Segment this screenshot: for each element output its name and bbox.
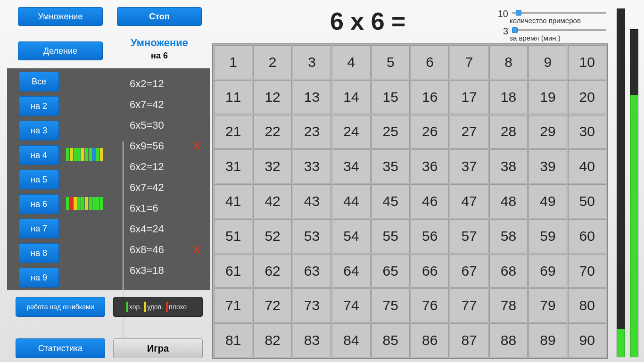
side-button-8[interactable]: на 9: [19, 268, 59, 288]
side-button-3[interactable]: на 4: [19, 145, 59, 165]
statistics-button[interactable]: Статистика: [16, 338, 105, 358]
answer-cell[interactable]: 55: [372, 219, 410, 253]
answer-cell[interactable]: 18: [489, 80, 528, 114]
answer-cell[interactable]: 53: [293, 219, 331, 253]
answer-cell[interactable]: 78: [489, 288, 528, 322]
count-slider-thumb[interactable]: [516, 10, 521, 16]
answer-cell[interactable]: 72: [253, 288, 291, 322]
answer-cell[interactable]: 71: [214, 288, 252, 322]
stop-button[interactable]: Стоп: [117, 7, 202, 26]
answer-cell[interactable]: 16: [411, 80, 449, 114]
answer-cell[interactable]: 50: [568, 184, 606, 218]
answer-cell[interactable]: 11: [214, 80, 252, 114]
answer-cell[interactable]: 6: [411, 45, 449, 79]
answer-cell[interactable]: 10: [568, 45, 606, 79]
answer-cell[interactable]: 79: [528, 288, 567, 322]
answer-cell[interactable]: 67: [450, 254, 488, 288]
answer-cell[interactable]: 76: [411, 288, 449, 322]
answer-cell[interactable]: 56: [411, 219, 449, 253]
answer-cell[interactable]: 70: [568, 254, 606, 288]
answer-cell[interactable]: 66: [411, 254, 449, 288]
answer-cell[interactable]: 26: [411, 115, 449, 149]
answer-cell[interactable]: 30: [568, 115, 606, 149]
answer-cell[interactable]: 41: [214, 184, 252, 218]
answer-cell[interactable]: 86: [411, 323, 449, 357]
answer-cell[interactable]: 89: [528, 323, 567, 357]
answer-cell[interactable]: 8: [489, 45, 528, 79]
answer-cell[interactable]: 36: [411, 149, 449, 183]
answer-cell[interactable]: 82: [253, 323, 291, 357]
side-button-7[interactable]: на 8: [19, 243, 59, 263]
answer-cell[interactable]: 28: [489, 115, 528, 149]
answer-cell[interactable]: 2: [253, 45, 291, 79]
answer-cell[interactable]: 75: [372, 288, 410, 322]
answer-cell[interactable]: 32: [253, 149, 291, 183]
answer-cell[interactable]: 59: [528, 219, 567, 253]
answer-cell[interactable]: 7: [450, 45, 488, 79]
answer-cell[interactable]: 51: [214, 219, 252, 253]
answer-cell[interactable]: 90: [568, 323, 606, 357]
answer-cell[interactable]: 9: [528, 45, 567, 79]
answer-cell[interactable]: 48: [489, 184, 528, 218]
count-slider[interactable]: [512, 12, 606, 14]
answer-cell[interactable]: 22: [253, 115, 291, 149]
time-slider-thumb[interactable]: [512, 27, 518, 33]
answer-cell[interactable]: 60: [568, 219, 606, 253]
answer-cell[interactable]: 24: [332, 115, 370, 149]
answer-cell[interactable]: 58: [489, 219, 528, 253]
side-button-6[interactable]: на 7: [19, 219, 59, 239]
answer-cell[interactable]: 35: [372, 149, 410, 183]
answer-cell[interactable]: 62: [253, 254, 291, 288]
answer-cell[interactable]: 68: [489, 254, 528, 288]
side-button-0[interactable]: Все: [19, 72, 59, 91]
answer-cell[interactable]: 23: [293, 115, 331, 149]
answer-cell[interactable]: 31: [214, 149, 252, 183]
answer-cell[interactable]: 29: [528, 115, 567, 149]
answer-cell[interactable]: 17: [450, 80, 488, 114]
answer-cell[interactable]: 3: [293, 45, 331, 79]
answer-cell[interactable]: 81: [214, 323, 252, 357]
answer-cell[interactable]: 38: [489, 149, 528, 183]
answer-cell[interactable]: 27: [450, 115, 488, 149]
answer-cell[interactable]: 34: [332, 149, 370, 183]
answer-cell[interactable]: 54: [332, 219, 370, 253]
answer-cell[interactable]: 84: [332, 323, 370, 357]
answer-cell[interactable]: 65: [372, 254, 410, 288]
answer-cell[interactable]: 64: [332, 254, 370, 288]
answer-cell[interactable]: 14: [332, 80, 370, 114]
answer-cell[interactable]: 19: [528, 80, 567, 114]
answer-cell[interactable]: 42: [253, 184, 291, 218]
side-button-1[interactable]: на 2: [19, 96, 59, 116]
answer-cell[interactable]: 63: [293, 254, 331, 288]
answer-cell[interactable]: 73: [293, 288, 331, 322]
answer-cell[interactable]: 12: [253, 80, 291, 114]
answer-cell[interactable]: 80: [568, 288, 606, 322]
time-slider[interactable]: [512, 29, 606, 31]
answer-cell[interactable]: 25: [372, 115, 410, 149]
answer-cell[interactable]: 43: [293, 184, 331, 218]
answer-cell[interactable]: 69: [528, 254, 567, 288]
answer-cell[interactable]: 20: [568, 80, 606, 114]
division-button[interactable]: Деление: [18, 41, 103, 60]
answer-cell[interactable]: 39: [528, 149, 567, 183]
answer-cell[interactable]: 5: [372, 45, 410, 79]
answer-cell[interactable]: 57: [450, 219, 488, 253]
answer-cell[interactable]: 74: [332, 288, 370, 322]
side-button-4[interactable]: на 5: [19, 170, 59, 189]
answer-cell[interactable]: 46: [411, 184, 449, 218]
game-button[interactable]: Игра: [113, 338, 203, 358]
answer-cell[interactable]: 83: [293, 323, 331, 357]
answer-cell[interactable]: 21: [214, 115, 252, 149]
answer-cell[interactable]: 49: [528, 184, 567, 218]
answer-cell[interactable]: 77: [450, 288, 488, 322]
answer-cell[interactable]: 45: [372, 184, 410, 218]
answer-cell[interactable]: 47: [450, 184, 488, 218]
answer-cell[interactable]: 88: [489, 323, 528, 357]
answer-cell[interactable]: 1: [214, 45, 252, 79]
answer-cell[interactable]: 4: [332, 45, 370, 79]
answer-cell[interactable]: 44: [332, 184, 370, 218]
multiplication-button[interactable]: Умножение: [18, 7, 103, 26]
answer-cell[interactable]: 61: [214, 254, 252, 288]
answer-cell[interactable]: 33: [293, 149, 331, 183]
answer-cell[interactable]: 15: [372, 80, 410, 114]
